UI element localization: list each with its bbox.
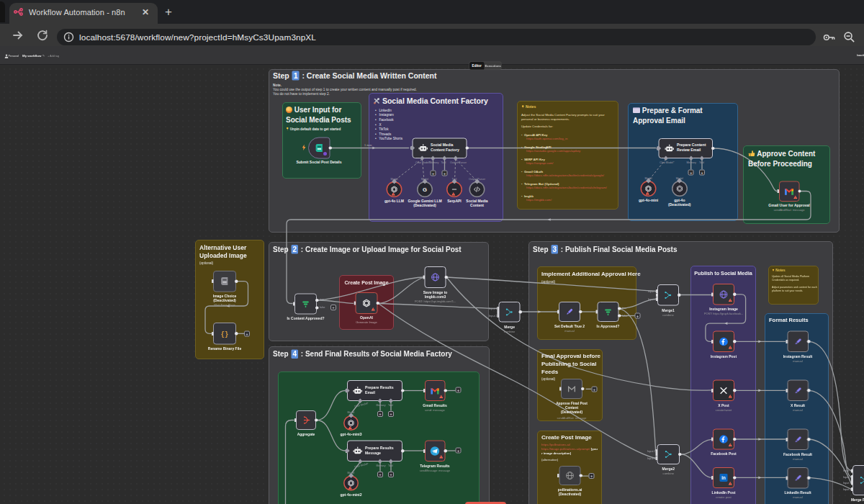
svg-text:{}: {} bbox=[221, 331, 229, 338]
svg-text:G: G bbox=[423, 186, 427, 193]
svg-text:in: in bbox=[721, 475, 726, 480]
